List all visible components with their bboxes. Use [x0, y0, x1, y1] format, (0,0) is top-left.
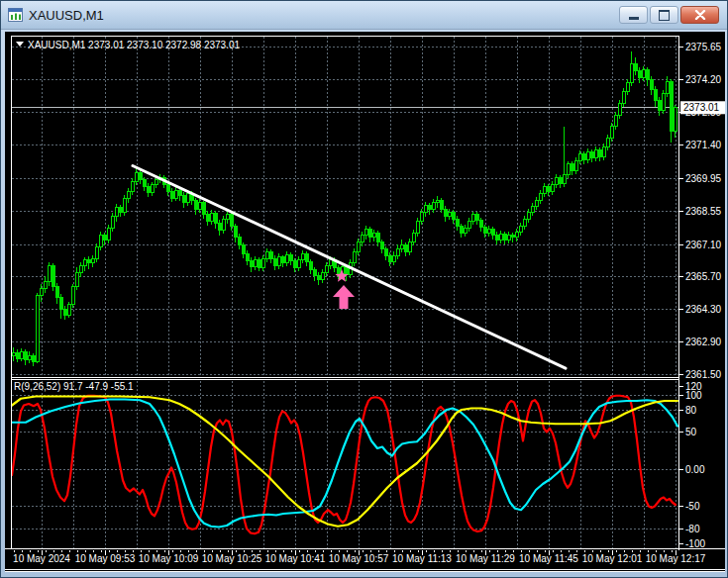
chart-document-icon — [8, 7, 24, 23]
svg-text:2361.50: 2361.50 — [685, 369, 722, 380]
minimize-button[interactable] — [619, 6, 648, 24]
svg-text:2368.55: 2368.55 — [685, 206, 722, 217]
svg-text:10 May 12:17: 10 May 12:17 — [646, 553, 706, 564]
window-title: XAUUSD,M1 — [29, 8, 104, 23]
svg-text:-80: -80 — [685, 524, 700, 534]
svg-text:50: 50 — [685, 427, 697, 437]
svg-text:10 May 09:53: 10 May 09:53 — [75, 553, 136, 564]
chart-window: XAUUSD,M1 2375.652374.202372.802371.4023… — [0, 0, 728, 578]
indicator-header: R(9,26,52) 91.7 -47.9 -55.1 — [14, 381, 134, 392]
svg-text:80: 80 — [685, 405, 697, 416]
close-button[interactable] — [680, 6, 719, 24]
svg-text:2362.90: 2362.90 — [685, 337, 722, 347]
svg-text:-100: -100 — [685, 538, 705, 549]
svg-text:2373.01: 2373.01 — [683, 102, 720, 113]
svg-text:2369.95: 2369.95 — [685, 173, 722, 184]
svg-text:2365.70: 2365.70 — [685, 271, 722, 282]
close-icon — [694, 10, 706, 20]
svg-text:10 May 2024: 10 May 2024 — [13, 553, 70, 564]
restore-button[interactable] — [650, 6, 678, 24]
svg-text:0.00: 0.00 — [685, 464, 705, 475]
svg-text:2371.40: 2371.40 — [685, 140, 722, 150]
svg-text:10 May 10:09: 10 May 10:09 — [139, 553, 199, 564]
svg-text:R(9,26,52) 91.7 -47.9 -55.1: R(9,26,52) 91.7 -47.9 -55.1 — [14, 381, 134, 392]
svg-text:10 May 10:41: 10 May 10:41 — [265, 553, 326, 564]
svg-text:10 May 10:57: 10 May 10:57 — [329, 553, 389, 564]
window-controls — [619, 6, 719, 24]
title-bar[interactable]: XAUUSD,M1 — [1, 1, 727, 30]
svg-text:XAUUSD,M1 2373.01 2373.10 2372: XAUUSD,M1 2373.01 2373.10 2372.98 2373.0… — [28, 40, 240, 50]
chart-canvas[interactable]: 2375.652374.202372.802371.402369.952368.… — [5, 32, 725, 572]
svg-text:10 May 12:01: 10 May 12:01 — [582, 553, 643, 564]
chart-client-area[interactable]: 2375.652374.202372.802371.402369.952368.… — [5, 32, 725, 572]
svg-text:2375.65: 2375.65 — [685, 42, 722, 52]
svg-text:-50: -50 — [685, 501, 700, 512]
svg-text:10 May 11:29: 10 May 11:29 — [456, 553, 515, 564]
svg-text:2367.10: 2367.10 — [685, 240, 722, 250]
svg-text:10 May 11:45: 10 May 11:45 — [519, 553, 578, 564]
svg-text:2374.20: 2374.20 — [685, 74, 722, 85]
ohlc-header: XAUUSD,M1 2373.01 2373.10 2372.98 2373.0… — [16, 40, 240, 50]
current-price-label: 2373.01 — [680, 101, 725, 114]
restore-icon — [659, 10, 670, 21]
minimize-icon — [629, 17, 639, 20]
svg-text:10 May 10:25: 10 May 10:25 — [202, 553, 262, 564]
svg-text:10 May 11:13: 10 May 11:13 — [392, 553, 452, 564]
svg-text:2364.30: 2364.30 — [685, 304, 722, 315]
svg-text:100: 100 — [685, 390, 702, 401]
